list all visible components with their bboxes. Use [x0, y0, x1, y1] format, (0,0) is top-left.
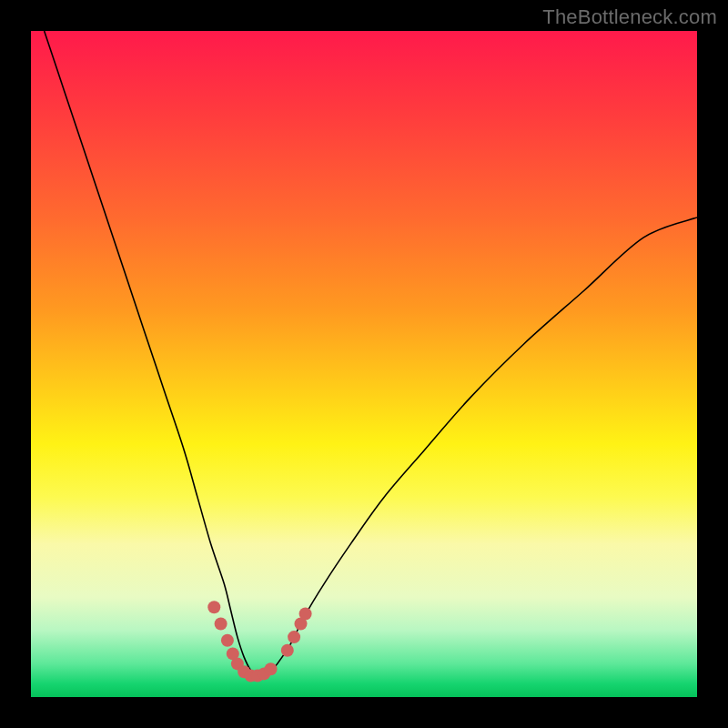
- highlighted-point: [288, 631, 300, 643]
- watermark-text: TheBottleneck.com: [542, 5, 717, 29]
- highlighted-point: [207, 601, 220, 613]
- highlighted-point: [215, 618, 228, 631]
- chart-frame: TheBottleneck.com: [0, 0, 728, 728]
- highlighted-point: [299, 608, 312, 621]
- highlighted-point: [281, 644, 294, 657]
- bottleneck-curve: [45, 31, 697, 678]
- highlighted-point: [221, 634, 234, 647]
- highlighted-point: [265, 662, 278, 675]
- plot-area: [31, 31, 697, 697]
- chart-svg: [31, 31, 697, 697]
- highlighted-points-group: [207, 601, 311, 682]
